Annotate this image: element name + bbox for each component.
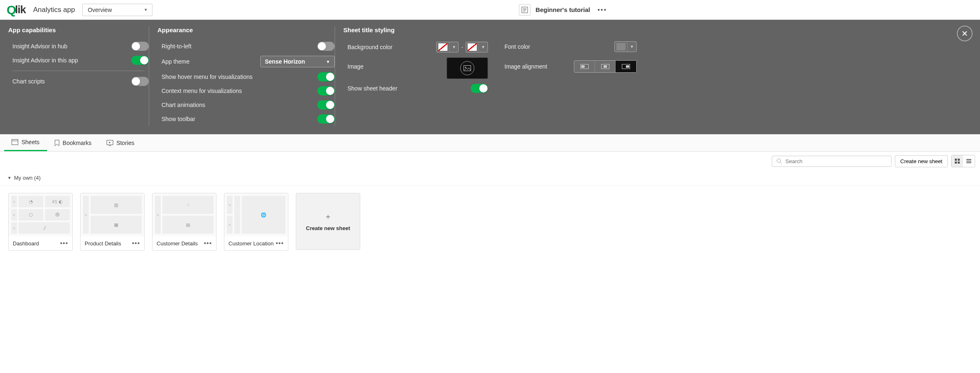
svg-line-8 bbox=[780, 162, 782, 164]
search-input[interactable] bbox=[785, 158, 887, 164]
sheets-toolbar: Create new sheet bbox=[0, 152, 980, 171]
create-new-sheet-button[interactable]: Create new sheet bbox=[895, 155, 948, 167]
align-center-icon bbox=[601, 64, 609, 69]
chart-anim-toggle[interactable] bbox=[317, 100, 335, 109]
image-alignment-row: Image alignment bbox=[504, 55, 637, 75]
chart-scripts-toggle[interactable] bbox=[131, 77, 149, 86]
align-right-button[interactable] bbox=[616, 61, 636, 72]
create-new-sheet-card[interactable]: ＋ Create new sheet bbox=[296, 193, 360, 250]
chevron-down-icon: ▼ bbox=[449, 42, 458, 52]
app-capabilities-title: App capabilities bbox=[8, 26, 149, 33]
bg-color-start-dropdown[interactable]: ▼ bbox=[436, 42, 459, 52]
search-box[interactable] bbox=[772, 156, 892, 167]
context-menu-label: Context menu for visualizations bbox=[162, 88, 242, 94]
tab-stories[interactable]: Stories bbox=[99, 134, 142, 151]
chart-anim-label: Chart animations bbox=[162, 102, 205, 108]
insight-advisor-hub-toggle[interactable] bbox=[131, 42, 149, 51]
sheet-card-more-button[interactable]: ••• bbox=[132, 240, 140, 247]
qlik-logo: Qlik bbox=[7, 3, 26, 17]
chart-scripts-row: Chart scripts bbox=[8, 74, 149, 88]
color-swatch-grey-icon bbox=[616, 43, 626, 50]
view-selector-dropdown[interactable]: Overview ▾ bbox=[82, 4, 152, 16]
sheet-card-title: Dashboard bbox=[13, 240, 39, 247]
view-mode-toggle bbox=[951, 155, 975, 167]
stories-icon bbox=[107, 140, 113, 146]
bg-color-controls: ▼ - ▼ bbox=[436, 42, 488, 52]
svg-rect-12 bbox=[958, 162, 960, 164]
header-center: Beginner's tutorial ••• bbox=[152, 4, 973, 16]
app-theme-label: App theme bbox=[162, 58, 190, 65]
sheet-card-title: Customer Location bbox=[228, 240, 274, 247]
sheet-card-dashboard[interactable]: ▫◔#1 ◐ ▫⬡⭗ ▫⭜ Dashboard ••• bbox=[8, 193, 73, 251]
sheet-thumbnail: ▫ ⁘ ▤ bbox=[152, 193, 216, 236]
chevron-down-icon: ▾ bbox=[145, 7, 147, 12]
tab-bookmarks-label: Bookmarks bbox=[63, 140, 92, 146]
chart-anim-row: Chart animations bbox=[157, 98, 335, 112]
show-sheet-header-label: Show sheet header bbox=[347, 85, 397, 92]
sheet-card-customer-details[interactable]: ▫ ⁘ ▤ Customer Details ••• bbox=[152, 193, 216, 251]
chevron-down-icon: ▼ bbox=[478, 42, 488, 52]
grid-icon bbox=[954, 158, 960, 164]
more-menu-button[interactable]: ••• bbox=[597, 6, 607, 14]
sheet-title-styling-section: Sheet title styling Background color ▼ -… bbox=[335, 26, 972, 126]
image-icon bbox=[460, 61, 474, 75]
rtl-label: Right-to-left bbox=[162, 43, 191, 50]
font-color-row: Font color ▼ bbox=[504, 39, 637, 55]
insight-advisor-app-row: Insight Advisor in this app bbox=[8, 53, 149, 67]
rtl-toggle[interactable] bbox=[317, 42, 335, 51]
appearance-section: Appearance Right-to-left App theme Sense… bbox=[149, 26, 335, 126]
app-capabilities-section: App capabilities Insight Advisor in hub … bbox=[8, 26, 149, 126]
top-header: Qlik Analytics app Overview ▾ Beginner's… bbox=[0, 0, 980, 20]
bg-color-label: Background color bbox=[347, 44, 392, 50]
my-own-section-header[interactable]: ▾ My own (4) bbox=[0, 171, 980, 185]
image-row: Image bbox=[343, 55, 488, 81]
svg-point-7 bbox=[777, 159, 781, 163]
view-selector-label: Overview bbox=[88, 7, 112, 13]
align-left-icon bbox=[580, 64, 589, 69]
app-settings-panel: App capabilities Insight Advisor in hub … bbox=[0, 20, 980, 134]
app-theme-row: App theme Sense Horizon ▼ bbox=[157, 53, 335, 70]
logo-q: Q bbox=[7, 3, 16, 17]
hover-menu-row: Show hover menu for visualizations bbox=[157, 70, 335, 84]
sheet-card-more-button[interactable]: ••• bbox=[60, 240, 68, 247]
close-settings-button[interactable] bbox=[957, 26, 973, 41]
app-theme-select[interactable]: Sense Horizon ▼ bbox=[260, 56, 335, 67]
list-view-button[interactable] bbox=[963, 155, 975, 167]
tab-bookmarks[interactable]: Bookmarks bbox=[47, 134, 99, 151]
font-color-dropdown[interactable]: ▼ bbox=[614, 41, 637, 52]
align-left-button[interactable] bbox=[574, 61, 595, 72]
show-toolbar-toggle[interactable] bbox=[317, 114, 335, 124]
appearance-title: Appearance bbox=[157, 26, 335, 33]
app-name: Analytics app bbox=[33, 6, 75, 14]
bg-color-end-dropdown[interactable]: ▼ bbox=[466, 42, 488, 52]
tab-stories-label: Stories bbox=[117, 140, 135, 146]
image-picker-button[interactable] bbox=[447, 57, 488, 79]
image-alignment-label: Image alignment bbox=[504, 63, 547, 70]
app-theme-value: Sense Horizon bbox=[265, 58, 305, 65]
show-sheet-header-toggle[interactable] bbox=[471, 84, 488, 93]
sheet-card-more-button[interactable]: ••• bbox=[204, 240, 212, 247]
context-menu-toggle[interactable] bbox=[317, 86, 335, 95]
sheet-card-customer-location[interactable]: ▫🌐 ▫ Customer Location ••• bbox=[224, 193, 288, 251]
sheet-card-product-details[interactable]: ▫ ▥ ▦ Product Details ••• bbox=[80, 193, 145, 251]
hover-menu-toggle[interactable] bbox=[317, 72, 335, 81]
search-icon bbox=[776, 158, 782, 164]
insight-advisor-app-label: Insight Advisor in this app bbox=[12, 57, 78, 64]
sheet-card-more-button[interactable]: ••• bbox=[276, 240, 284, 247]
color-swatch-none-icon bbox=[438, 43, 447, 51]
color-swatch-none-icon bbox=[468, 43, 477, 51]
tutorial-icon[interactable] bbox=[519, 4, 530, 16]
align-right-icon bbox=[622, 64, 630, 69]
insight-advisor-app-toggle[interactable] bbox=[131, 56, 149, 65]
tab-sheets[interactable]: Sheets bbox=[4, 134, 47, 151]
font-color-label: Font color bbox=[504, 43, 530, 50]
align-center-button[interactable] bbox=[595, 61, 616, 72]
show-toolbar-row: Show toolbar bbox=[157, 112, 335, 126]
grid-view-button[interactable] bbox=[951, 155, 963, 167]
tab-sheets-label: Sheets bbox=[21, 139, 40, 145]
plus-icon: ＋ bbox=[323, 212, 333, 221]
divider bbox=[12, 71, 145, 71]
sheet-card-title: Product Details bbox=[85, 240, 121, 247]
chevron-down-icon: ▾ bbox=[8, 175, 11, 181]
dash-separator: - bbox=[461, 44, 463, 50]
